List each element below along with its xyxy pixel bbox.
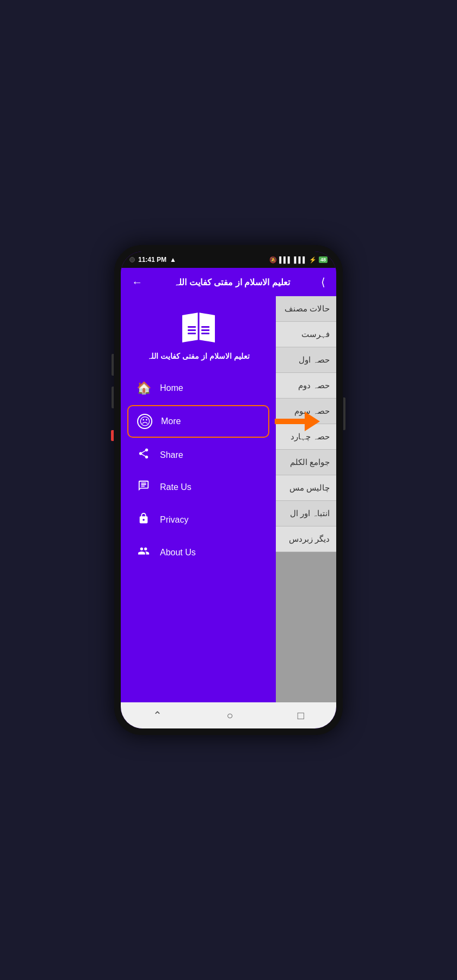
about-us-icon bbox=[136, 545, 151, 560]
menu-item-about-us[interactable]: About Us bbox=[127, 537, 269, 568]
content-area: تعلیم الاسلام از مفتی کفایت اللہ 🏠 Home … bbox=[121, 296, 336, 702]
volume-down-button bbox=[112, 387, 114, 408]
nav-back-button[interactable]: ⌃ bbox=[142, 705, 173, 726]
list-item[interactable]: چالیس مس bbox=[276, 475, 336, 501]
phone-screen: 11:41 PM ▲ 🔕 ▌▌▌ ▌▌▌ ⚡ 48 ← تعلیم الاسلا… bbox=[121, 252, 336, 728]
volume-up-button bbox=[112, 354, 114, 376]
list-item[interactable]: حصہ سوم bbox=[276, 399, 336, 424]
signal-icon: ▌▌▌ bbox=[279, 256, 292, 263]
drawer-header: تعلیم الاسلام از مفتی کفایت اللہ bbox=[121, 307, 276, 373]
book-icon bbox=[177, 313, 220, 345]
home-label: Home bbox=[160, 383, 183, 393]
back-button[interactable]: ← bbox=[129, 274, 145, 291]
share-label: Share bbox=[160, 450, 183, 460]
charging-icon: ⚡ bbox=[309, 256, 317, 264]
menu-item-privacy[interactable]: Privacy bbox=[127, 505, 269, 535]
list-item[interactable]: دیگر زبردس bbox=[276, 526, 336, 552]
svg-rect-4 bbox=[201, 329, 209, 331]
battery-indicator: 48 bbox=[319, 256, 328, 263]
more-icon: ☹ bbox=[137, 414, 152, 429]
menu-item-more[interactable]: ☹ More bbox=[127, 405, 269, 438]
bottom-navigation: ⌃ ○ □ bbox=[121, 702, 336, 728]
list-item[interactable]: حصہ چہارد bbox=[276, 424, 336, 450]
drawer-title: تعلیم الاسلام از مفتی کفایت اللہ bbox=[147, 352, 249, 360]
svg-rect-5 bbox=[201, 333, 209, 334]
list-item[interactable]: انتباہ اور ال bbox=[276, 501, 336, 526]
status-right: 🔕 ▌▌▌ ▌▌▌ ⚡ 48 bbox=[269, 256, 328, 264]
camera-indicator bbox=[129, 257, 135, 262]
status-time: 11:41 PM bbox=[138, 256, 166, 264]
drawer-menu: 🏠 Home ☹ More bbox=[121, 373, 276, 568]
navigation-drawer: تعلیم الاسلام از مفتی کفایت اللہ 🏠 Home … bbox=[121, 296, 276, 702]
menu-item-rate-us[interactable]: Rate Us bbox=[127, 472, 269, 503]
svg-rect-3 bbox=[201, 326, 209, 328]
list-item[interactable]: حصہ دوم bbox=[276, 373, 336, 399]
privacy-label: Privacy bbox=[160, 515, 188, 525]
power-button bbox=[343, 397, 345, 430]
about-us-label: About Us bbox=[160, 548, 196, 558]
list-item[interactable]: فہرست bbox=[276, 322, 336, 347]
list-item[interactable]: حالات مصنف bbox=[276, 296, 336, 322]
more-label: More bbox=[161, 416, 181, 426]
list-item[interactable]: جوامع الکلم bbox=[276, 450, 336, 475]
home-icon: 🏠 bbox=[136, 381, 151, 395]
phone-frame: 11:41 PM ▲ 🔕 ▌▌▌ ▌▌▌ ⚡ 48 ← تعلیم الاسلا… bbox=[114, 245, 343, 735]
mute-icon: 🔕 bbox=[269, 256, 277, 264]
nav-recent-button[interactable]: □ bbox=[287, 705, 315, 726]
svg-rect-1 bbox=[188, 329, 196, 331]
rate-us-label: Rate Us bbox=[160, 482, 192, 492]
content-panel: حالات مصنف فہرست حصہ اول حصہ دوم حصہ سوم… bbox=[276, 296, 336, 702]
share-button[interactable]: ⟨ bbox=[319, 273, 328, 291]
privacy-icon bbox=[136, 512, 151, 528]
svg-rect-2 bbox=[188, 333, 196, 334]
menu-item-home[interactable]: 🏠 Home bbox=[127, 373, 269, 403]
share-icon bbox=[136, 448, 151, 462]
signal-icon2: ▌▌▌ bbox=[294, 256, 307, 263]
list-item[interactable]: حصہ اول bbox=[276, 347, 336, 373]
rate-us-icon bbox=[136, 480, 151, 495]
alert-button bbox=[111, 430, 114, 441]
nav-home-button[interactable]: ○ bbox=[215, 705, 244, 726]
svg-rect-0 bbox=[188, 326, 196, 328]
menu-item-share[interactable]: Share bbox=[127, 440, 269, 470]
status-left: 11:41 PM ▲ bbox=[129, 256, 176, 264]
notification-icon: ▲ bbox=[170, 256, 176, 264]
app-bar: ← تعلیم الاسلام از مفتی کفایت اللہ ⟨ bbox=[121, 268, 336, 296]
app-title: تعلیم الاسلام از مفتی کفایت اللہ bbox=[174, 277, 289, 287]
status-bar: 11:41 PM ▲ 🔕 ▌▌▌ ▌▌▌ ⚡ 48 bbox=[121, 252, 336, 268]
